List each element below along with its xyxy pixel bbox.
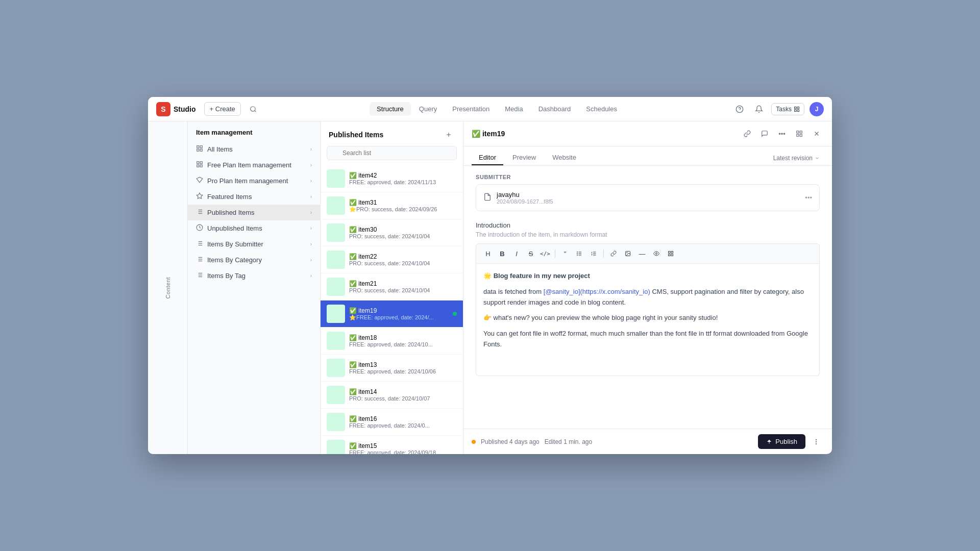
item-meta: ⭐PRO: success, date: 2024/09/26 <box>349 206 457 213</box>
comment-icon[interactable] <box>757 127 772 141</box>
item-thumbnail <box>327 251 345 269</box>
tab-preview[interactable]: Preview <box>505 151 543 165</box>
revision-selector[interactable]: Latest revision <box>769 153 824 164</box>
footer-more-button[interactable] <box>808 434 824 449</box>
item-info: ✅ item31 ⭐PRO: success, date: 2024/09/26 <box>349 199 457 213</box>
sidebar-item-published[interactable]: Published Items › <box>188 205 320 220</box>
toolbar-horizontal-rule[interactable]: — <box>635 247 649 260</box>
list-item[interactable]: ✅ item16 FREE: approved, date: 2024/0... <box>321 409 463 436</box>
layout-icon[interactable] <box>792 127 806 141</box>
left-panel: Item management All Items › Free <box>188 121 321 454</box>
toolbar-code[interactable]: </> <box>538 247 552 260</box>
list-icon <box>196 208 203 217</box>
svg-point-71 <box>816 443 816 444</box>
sidebar-item-by-category[interactable]: Items By Category › <box>188 252 320 268</box>
submitter-card[interactable]: javayhu 2024/08/09-1627...f8f5 ••• <box>476 184 820 211</box>
sidebar-item-by-submitter[interactable]: Items By Submitter › <box>188 236 320 252</box>
sidebar-item-featured[interactable]: Featured Items › <box>188 189 320 205</box>
nav-media[interactable]: Media <box>498 102 530 116</box>
svg-point-0 <box>251 106 255 111</box>
list-item[interactable]: ✅ item42 FREE: approved, date: 2024/11/1… <box>321 165 463 192</box>
list-item[interactable]: ✅ item14 PRO: success, date: 2024/10/07 <box>321 382 463 409</box>
item-thumbnail <box>327 278 345 296</box>
item-thumbnail <box>327 359 345 377</box>
search-button[interactable] <box>245 101 261 117</box>
list-item[interactable]: ✅ item21 PRO: success, date: 2024/10/04 <box>321 273 463 300</box>
toolbar-image[interactable] <box>621 247 634 260</box>
intro-sublabel: The introduction of the item, in markdow… <box>476 231 820 238</box>
sidebar-item-all-items[interactable]: All Items › <box>188 141 320 157</box>
sidebar-item-by-tag[interactable]: Items By Tag › <box>188 268 320 284</box>
sidebar-item-unpublished[interactable]: Unpublished Items › <box>188 220 320 236</box>
item-name: ✅ item30 <box>349 226 457 233</box>
toolbar-divider <box>603 249 604 258</box>
toolbar-bold[interactable]: B <box>496 247 509 260</box>
search-input[interactable] <box>327 146 457 160</box>
add-item-button[interactable] <box>443 129 455 141</box>
help-icon[interactable] <box>732 102 747 116</box>
status-dot <box>472 440 476 444</box>
list-item[interactable]: ✅ item13 FREE: approved, date: 2024/10/0… <box>321 355 463 382</box>
sidebar-item-label: Unpublished Items <box>207 224 306 232</box>
editor-body[interactable]: 🌟 Blog feature in my new project data is… <box>476 264 820 376</box>
middle-header: Published Items <box>321 121 463 146</box>
toolbar-blockquote[interactable]: " <box>558 247 572 260</box>
submitter-id: 2024/08/09-1627...f8f5 <box>497 198 800 205</box>
svg-rect-12 <box>197 162 199 164</box>
list-item[interactable]: ✅ item22 PRO: success, date: 2024/10/04 <box>321 246 463 273</box>
link-icon[interactable] <box>740 127 754 141</box>
editor-header-actions: ••• <box>740 127 824 141</box>
nav-schedules[interactable]: Schedules <box>579 102 624 116</box>
list-item-selected[interactable]: ✅ item19 ⭐FREE: approved, date: 2024/... <box>321 300 463 328</box>
toolbar-strikethrough[interactable]: S <box>524 247 537 260</box>
sidebar-item-pro-plan[interactable]: Pro Plan Item management › <box>188 173 320 189</box>
item-name: ✅ item18 <box>349 334 457 341</box>
toolbar-heading[interactable]: H <box>481 247 495 260</box>
publish-label: Publish <box>775 438 797 445</box>
item-meta: PRO: success, date: 2024/10/07 <box>349 395 457 402</box>
nav-dashboard[interactable]: Dashboard <box>531 102 578 116</box>
svg-rect-4 <box>795 107 797 109</box>
list-item[interactable]: ✅ item31 ⭐PRO: success, date: 2024/09/26 <box>321 192 463 219</box>
list-item[interactable]: ✅ item30 PRO: success, date: 2024/10/04 <box>321 219 463 246</box>
chevron-right-icon: › <box>310 210 312 215</box>
notifications-icon[interactable] <box>752 102 766 116</box>
logo-area: S Studio <box>156 102 196 116</box>
tab-website[interactable]: Website <box>545 151 583 165</box>
nav-query[interactable]: Query <box>412 102 444 116</box>
avatar[interactable]: J <box>810 102 824 116</box>
sidebar-item-free-plan[interactable]: Free Plan Item management › <box>188 157 320 173</box>
toolbar-numbered-list[interactable] <box>587 247 600 260</box>
more-options-icon[interactable]: ••• <box>775 127 789 141</box>
toolbar-link[interactable] <box>607 247 620 260</box>
tab-editor[interactable]: Editor <box>472 151 503 165</box>
submitter-name: javayhu <box>497 191 800 198</box>
list-item[interactable]: ✅ item15 FREE: approved, date: 2024/09/1… <box>321 436 463 454</box>
publish-button[interactable]: Publish <box>758 434 805 449</box>
nav-presentation[interactable]: Presentation <box>445 102 497 116</box>
toolbar-preview[interactable] <box>650 247 663 260</box>
toolbar-fullscreen[interactable] <box>664 247 677 260</box>
create-button[interactable]: + Create <box>204 102 241 116</box>
item-name: ✅ item15 <box>349 442 457 449</box>
clock-icon <box>196 224 203 233</box>
list-item[interactable]: ✅ item18 FREE: approved, date: 2024/10..… <box>321 328 463 355</box>
chevron-right-icon: › <box>310 162 312 168</box>
tasks-button[interactable]: Tasks <box>771 103 804 115</box>
svg-rect-15 <box>197 165 199 167</box>
close-icon[interactable] <box>810 127 824 141</box>
sidebar-item-label: Items By Tag <box>207 272 306 280</box>
item-info: ✅ item22 PRO: success, date: 2024/10/04 <box>349 253 457 266</box>
nav-structure[interactable]: Structure <box>370 102 411 116</box>
item-thumbnail <box>327 413 345 431</box>
item-thumbnail <box>327 169 345 188</box>
item-meta: PRO: success, date: 2024/10/04 <box>349 260 457 266</box>
item-thumbnail <box>327 440 345 454</box>
svg-rect-64 <box>669 252 671 254</box>
sidebar-item-label: All Items <box>207 145 306 153</box>
left-panel-title: Item management <box>188 121 320 141</box>
toolbar-bullet-list[interactable] <box>573 247 586 260</box>
submitter-more-button[interactable]: ••• <box>805 194 812 202</box>
toolbar-italic[interactable]: I <box>510 247 523 260</box>
editor-header: ✅ item19 ••• <box>463 121 832 146</box>
